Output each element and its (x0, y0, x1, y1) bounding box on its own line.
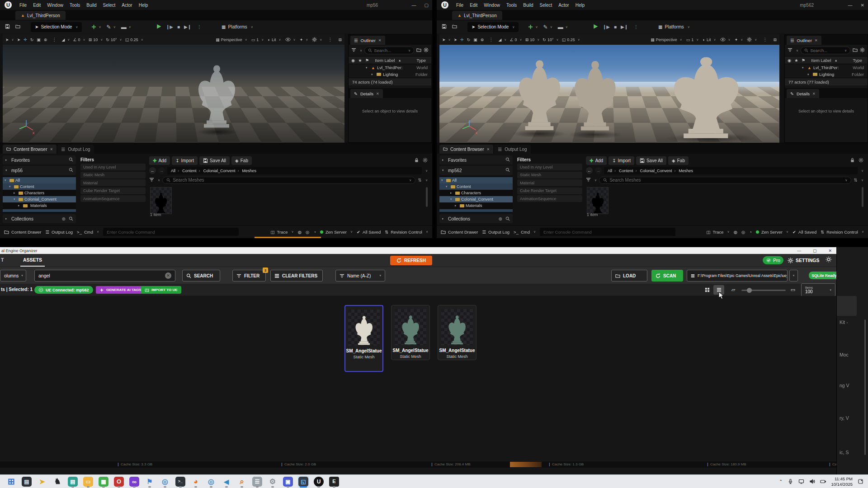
taskbar-icon[interactable]: ▤ (67, 476, 79, 488)
tree-item-materials[interactable]: ▸Materials (439, 202, 513, 209)
content-drawer-button[interactable]: Content Drawer (441, 230, 478, 235)
menu-item[interactable]: File (453, 3, 467, 8)
eject-button[interactable]: ▶❙ (621, 24, 628, 29)
select-tool-icon[interactable]: ➤ (454, 38, 458, 42)
screen-percentage[interactable]: ▭ 1∨ (686, 38, 699, 42)
stop-button[interactable]: ■ (614, 24, 617, 29)
all-saved-status[interactable]: ✔All Saved (793, 230, 816, 235)
tree-item-colonial-convent[interactable]: ▾Colonial_Convent (3, 196, 76, 202)
select-tool-icon[interactable]: ➤ (17, 38, 21, 42)
menu-item[interactable]: Edit (30, 3, 44, 8)
new-folder-icon[interactable] (853, 47, 858, 53)
close-icon[interactable]: ✕ (812, 92, 816, 96)
taskbar-icon[interactable]: ♞ (52, 476, 63, 488)
breadcrumb-item[interactable]: Content (182, 169, 203, 173)
filter-item[interactable]: Static Mesh (80, 172, 146, 178)
taskbar-icon[interactable]: ⊞ (5, 476, 17, 488)
more-icon[interactable]: ⋮ (328, 37, 332, 42)
pin-column-icon[interactable]: ⚑ (365, 58, 369, 63)
details-tab[interactable]: ✎Details✕ (350, 89, 383, 98)
filter-item[interactable]: Material (80, 179, 146, 186)
asset-search-input[interactable]: Search Meshes∨ (162, 177, 415, 184)
lock-icon[interactable] (850, 158, 855, 164)
tree-item-all[interactable]: ▾All (439, 177, 513, 183)
platforms-button[interactable]: ▦Platforms∨ (222, 24, 253, 29)
viewport-options-icon[interactable]: ➤∨ (442, 38, 451, 42)
back-icon[interactable]: ← (149, 167, 156, 174)
tree-item-colonial-convent[interactable]: ▾Colonial_Convent (439, 196, 513, 202)
filter-item[interactable]: Used In Any Level (80, 164, 146, 170)
scan-button[interactable]: SCAN (651, 270, 683, 282)
taskbar-icon[interactable]: ∞ (128, 476, 140, 488)
close-button[interactable]: ✕ (861, 3, 864, 8)
project-source[interactable]: ▾mp562 (439, 166, 513, 175)
favorites-section[interactable]: ▸Favorites (3, 155, 76, 164)
taskbar-icon[interactable]: ▣ (282, 476, 294, 488)
taskbar-icon[interactable]: O (113, 476, 125, 488)
menu-item[interactable]: Help (572, 3, 588, 8)
forward-icon[interactable]: → (595, 167, 602, 174)
platforms-button[interactable]: ▦Platforms∨ (658, 24, 690, 29)
menu-item[interactable]: Build (520, 3, 536, 8)
cb-filter-icon[interactable] (149, 177, 154, 183)
taskbar-icon[interactable]: ▭ (82, 476, 94, 488)
close-icon[interactable]: ✕ (486, 147, 490, 151)
close-icon[interactable]: ✕ (50, 147, 53, 151)
frame-skip-button[interactable]: ❙▶ (603, 24, 610, 29)
play-options-icon[interactable]: ⋮ (634, 24, 638, 29)
menu-item[interactable]: Tools (66, 3, 83, 8)
capture-icon[interactable]: ◎ (306, 230, 309, 235)
new-folder-icon[interactable] (416, 47, 421, 53)
filter-item[interactable]: Cube Render Target (80, 188, 146, 194)
rotate-tool-icon[interactable]: ↻ (467, 38, 471, 42)
menu-item[interactable]: Select (537, 3, 556, 8)
outliner-filter-icon[interactable] (788, 47, 793, 53)
filter-item[interactable]: Used In Any Level (517, 164, 582, 170)
breadcrumb-item[interactable]: Meshes (242, 169, 257, 173)
save-icon[interactable] (440, 24, 448, 30)
cmd-select[interactable]: >_Cmd∨ (77, 230, 99, 235)
import-button[interactable]: ↧Import (609, 156, 634, 165)
effects-icon[interactable]: ✦∨ (300, 38, 308, 42)
tree-item-all[interactable]: ▾All (3, 177, 76, 183)
save-all-button[interactable]: Save All (199, 156, 230, 165)
library-path-field[interactable]: F:\Program Files\Epic Games\Unreal Asset… (687, 270, 788, 282)
ue-connected-badge[interactable]: UE Connected: mp562 (34, 286, 93, 294)
breadcrumb-item[interactable]: Colonial_Convent (203, 169, 241, 173)
asset-card[interactable]: SM_AngelStatue Static Mesh (391, 305, 430, 360)
unreal-logo-icon[interactable]: U (5, 1, 12, 9)
scrollbar[interactable] (862, 187, 863, 207)
grid-view-toggle[interactable] (702, 285, 712, 295)
surface-snap-icon[interactable]: ◢∨ (61, 38, 70, 42)
filter-button[interactable]: FILTER3 (232, 270, 266, 282)
taskbar-icon[interactable]: ▦ (98, 476, 109, 488)
tab-assets[interactable]: ASSETS (20, 254, 45, 267)
scrollbar[interactable] (426, 187, 428, 207)
favorite-column-icon[interactable]: ★ (358, 58, 362, 63)
hourglass-icon[interactable]: ◔ (749, 230, 752, 235)
filter-item[interactable]: Static Mesh (517, 172, 582, 178)
frame-skip-button[interactable]: ❙▶ (166, 24, 173, 29)
outliner-row[interactable]: ▾LightingFolder (349, 71, 431, 78)
tree-item-characters[interactable]: ▸Characters (3, 190, 76, 196)
add-actor-button[interactable]: ∨ (90, 24, 102, 29)
content-browser-tab[interactable]: Content Browser✕ (3, 145, 57, 154)
asset-card[interactable]: SM_AngelStatue Static Mesh (438, 305, 476, 360)
outliner-tab[interactable]: ☰Outliner✕ (350, 36, 385, 45)
play-button[interactable] (156, 23, 162, 30)
save-all-button[interactable]: Save All (636, 156, 666, 165)
close-icon[interactable]: ✕ (815, 38, 818, 42)
outliner-tab[interactable]: ☰Outliner✕ (787, 36, 821, 45)
content-drawer-button[interactable]: Content Drawer (4, 230, 42, 235)
level-tab[interactable]: ▲Lvl_ThirdPerson (452, 11, 502, 20)
console-command-input[interactable]: Enter Console Command (103, 228, 239, 236)
speaker-icon[interactable] (809, 479, 815, 484)
all-saved-status[interactable]: ✔All Saved (357, 230, 381, 235)
world-coord-icon[interactable]: ⊕ (44, 38, 47, 42)
output-log-button[interactable]: ☰Output Log (46, 230, 73, 235)
pin-column-icon[interactable]: ⚑ (802, 58, 806, 63)
grid-snap[interactable]: ⊞ 10∨ (89, 38, 103, 42)
project-source[interactable]: ▾mp56 (3, 166, 76, 175)
minimize-button[interactable]: — (797, 249, 801, 253)
collections-section[interactable]: ▸Collections⊕ (3, 214, 76, 223)
